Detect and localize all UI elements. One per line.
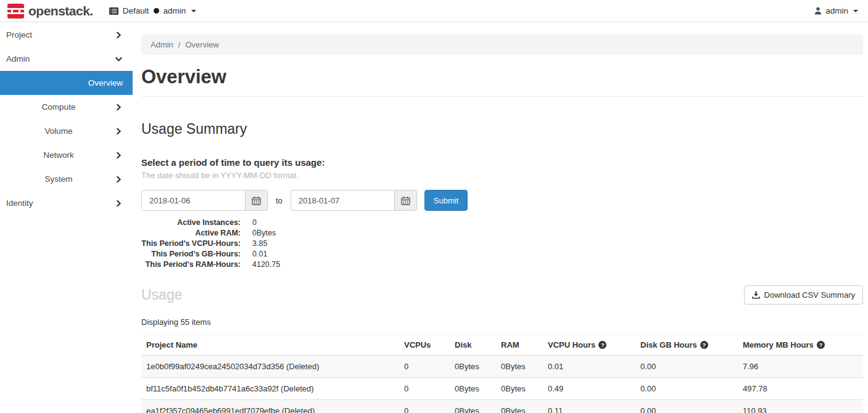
stat-value: 0 <box>252 218 257 228</box>
date-format-hint: The date should be in YYYY-MM-DD format. <box>141 171 863 180</box>
sidebar-item-label: Compute <box>0 102 117 112</box>
bullet-separator-icon <box>154 8 159 14</box>
table-row: bf11c5fa0f1b452db4b7741a6c33a92f (Delete… <box>141 378 863 400</box>
chevron-right-icon <box>115 200 122 206</box>
sidebar-item-compute[interactable]: Compute <box>0 95 133 119</box>
to-label: to <box>276 196 283 205</box>
column-header-project-name: Project Name <box>141 335 399 356</box>
top-navbar: openstack. Default admin admin <box>0 0 868 22</box>
stat-value: 4120.75 <box>252 260 280 270</box>
chevron-right-icon <box>115 176 122 182</box>
openstack-logo-icon <box>7 4 24 18</box>
date-from-group <box>141 190 268 211</box>
column-header-memory-mb-hours: Memory MB Hours? <box>738 335 863 356</box>
date-to-input[interactable] <box>291 190 394 211</box>
table-cell: 0.00 <box>635 378 738 400</box>
table-cell: 0Bytes <box>496 400 543 413</box>
stat-value: 0.01 <box>252 249 267 260</box>
help-icon[interactable]: ? <box>817 341 825 349</box>
table-cell: 0.49 <box>543 378 635 400</box>
usage-section-header: Usage Download CSV Summary <box>141 285 863 305</box>
stat-row: This Period's GB-Hours: 0.01 <box>141 249 863 260</box>
sidebar-item-identity[interactable]: Identity <box>0 191 133 215</box>
usage-table: Project NameVCPUsDiskRAMVCPU Hours?Disk … <box>141 334 863 413</box>
breadcrumb-current: Overview <box>185 40 218 49</box>
download-csv-button[interactable]: Download CSV Summary <box>744 285 863 305</box>
table-row: ea1f2f357c09465eb6991edf7079efbe (Delete… <box>141 400 863 413</box>
table-cell: 497.78 <box>738 378 863 400</box>
table-cell: 7.96 <box>738 356 863 378</box>
sidebar-item-system[interactable]: System <box>0 167 133 191</box>
breadcrumb-separator: / <box>178 40 181 49</box>
table-cell: 0.00 <box>635 400 738 413</box>
column-header-disk-gb-hours: Disk GB Hours? <box>635 335 738 356</box>
sidebar-item-admin[interactable]: Admin <box>0 47 133 71</box>
column-header-vcpu-hours: VCPU Hours? <box>543 335 635 356</box>
chevron-right-icon <box>115 152 122 158</box>
table-cell: ea1f2f357c09465eb6991edf7079efbe (Delete… <box>141 400 399 413</box>
sidebar-item-label: Project <box>6 30 32 39</box>
chevron-down-icon <box>115 55 122 62</box>
stat-row: This Period's VCPU-Hours: 3.85 <box>141 239 863 249</box>
stat-label: This Period's GB-Hours: <box>141 249 241 260</box>
sidebar-item-network[interactable]: Network <box>0 143 133 167</box>
table-cell: 0.00 <box>635 356 738 378</box>
domain-list-icon <box>109 7 118 15</box>
usage-table-header-row: Project NameVCPUsDiskRAMVCPU Hours?Disk … <box>141 335 863 356</box>
stat-value: 3.85 <box>252 239 267 249</box>
sidebar-item-overview[interactable]: Overview <box>0 71 133 95</box>
table-row: 1e0b0f99af0249cea24502034d73d356 (Delete… <box>141 356 863 378</box>
sidebar-item-label: Network <box>0 150 117 160</box>
date-range-form: to Submit <box>141 190 863 211</box>
calendar-icon[interactable] <box>394 190 417 211</box>
caret-down-icon <box>853 10 858 12</box>
context-project-label: admin <box>163 6 186 15</box>
table-cell: 0Bytes <box>450 378 496 400</box>
page-title: Overview <box>141 65 863 89</box>
date-range-prompt: Select a period of time to query its usa… <box>141 157 863 168</box>
table-cell: 0Bytes <box>450 400 496 413</box>
date-from-input[interactable] <box>141 190 245 211</box>
submit-button[interactable]: Submit <box>424 190 468 211</box>
breadcrumb-admin-link[interactable]: Admin <box>151 40 173 49</box>
table-cell: 0Bytes <box>450 356 496 378</box>
table-cell: 110.93 <box>738 400 863 413</box>
sidebar-item-volume[interactable]: Volume <box>0 119 133 143</box>
sidebar-nav: Project Admin Overview Compute Volume Ne… <box>0 22 133 215</box>
chevron-right-icon <box>115 104 122 110</box>
download-icon <box>752 291 760 299</box>
user-name-label: admin <box>825 6 848 15</box>
stat-label: This Period's VCPU-Hours: <box>141 239 241 249</box>
sidebar-item-project[interactable]: Project <box>0 23 133 47</box>
user-menu[interactable]: admin <box>814 6 861 15</box>
usage-summary-heading: Usage Summary <box>141 121 863 137</box>
context-switcher[interactable]: Default admin <box>109 6 197 15</box>
items-count: Displaying 55 items <box>141 317 863 327</box>
table-cell: 0 <box>399 356 450 378</box>
table-cell: 0 <box>399 400 450 413</box>
chevron-right-icon <box>115 31 122 38</box>
usage-heading: Usage <box>141 287 182 303</box>
table-cell: 0Bytes <box>496 356 543 378</box>
brand-wordmark: openstack. <box>28 4 93 18</box>
stat-label: Active RAM: <box>141 228 241 239</box>
sidebar-item-label: Overview <box>88 78 123 88</box>
table-cell: 0Bytes <box>496 378 543 400</box>
stat-row: Active RAM: 0Bytes <box>141 228 863 239</box>
help-icon[interactable]: ? <box>598 341 606 349</box>
breadcrumb: Admin / Overview <box>141 35 863 55</box>
table-cell: 1e0b0f99af0249cea24502034d73d356 (Delete… <box>141 356 399 378</box>
stat-row: Active Instances: 0 <box>141 218 863 228</box>
usage-stats: Active Instances: 0 Active RAM: 0Bytes T… <box>141 218 863 270</box>
stat-label: Active Instances: <box>141 218 241 228</box>
help-icon[interactable]: ? <box>700 341 708 349</box>
caret-down-icon <box>191 10 196 12</box>
download-csv-label: Download CSV Summary <box>764 290 855 300</box>
table-cell: bf11c5fa0f1b452db4b7741a6c33a92f (Delete… <box>141 378 399 400</box>
chevron-right-icon <box>115 128 122 134</box>
table-cell: 0.11 <box>543 400 635 413</box>
brand-link[interactable]: openstack. <box>7 4 93 18</box>
calendar-icon[interactable] <box>245 190 268 211</box>
stat-label: This Period's RAM-Hours: <box>141 260 241 270</box>
sidebar-item-label: Volume <box>0 126 117 136</box>
